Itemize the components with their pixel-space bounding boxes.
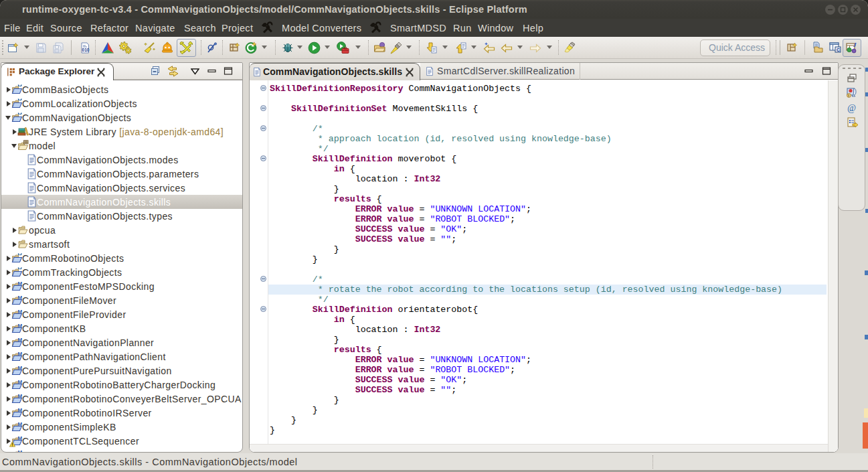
svg-text:@: @ — [847, 103, 856, 113]
svg-text:!: ! — [848, 94, 849, 98]
svg-text:010: 010 — [82, 48, 90, 52]
svg-text:J: J — [853, 42, 857, 48]
svg-text:C: C — [837, 48, 840, 52]
